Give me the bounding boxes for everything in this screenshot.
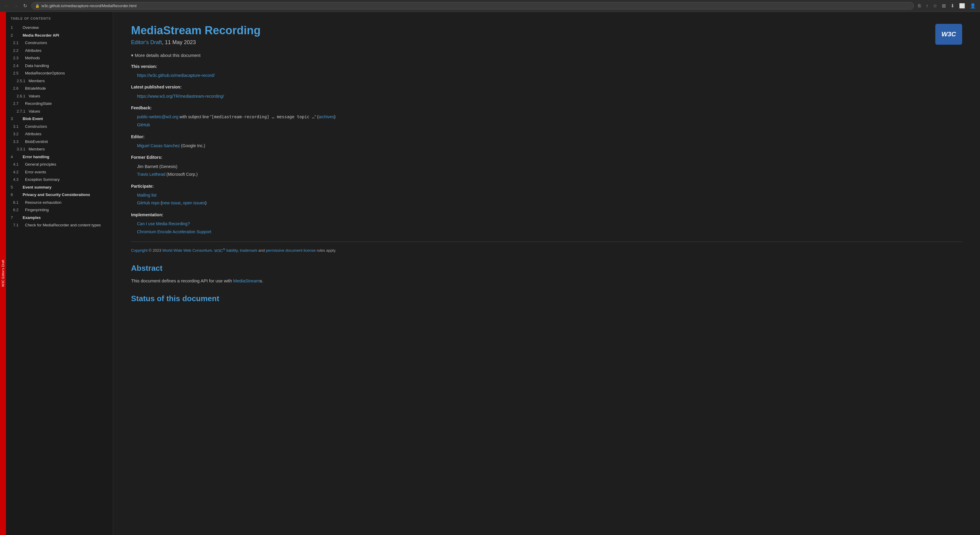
toc-item-3-1[interactable]: 3.1Constructors bbox=[6, 123, 113, 131]
toc-item-2-1[interactable]: 2.1Constructors bbox=[6, 39, 113, 47]
copyright-year: © 2023 bbox=[148, 248, 162, 253]
editor-link[interactable]: Miguel Casas-Sanchez bbox=[137, 143, 180, 148]
browser-chrome: ← → ↻ 🔒 w3c.github.io/mediacapture-recor… bbox=[0, 0, 980, 12]
toc-item-2[interactable]: 2Media Recorder API bbox=[6, 32, 113, 39]
toc-num: 2.1 bbox=[13, 40, 25, 46]
toc-item-6[interactable]: 6Privacy and Security Considerations bbox=[6, 191, 113, 199]
github-feedback-link[interactable]: GitHub bbox=[137, 123, 150, 127]
toc-item-6-1[interactable]: 6.1Resource exhaustion bbox=[6, 199, 113, 207]
toc-item-5[interactable]: 5Event summary bbox=[6, 183, 113, 191]
editor-content: Miguel Casas-Sanchez (Google Inc.) bbox=[131, 142, 962, 150]
toc-num: 2 bbox=[11, 32, 23, 38]
toc-item-2-7.1[interactable]: 2.7.1Values bbox=[6, 108, 113, 115]
w3c-logo: W3C bbox=[935, 24, 962, 45]
toc-item-4-2[interactable]: 4.2Error events bbox=[6, 168, 113, 176]
toc-num: 6 bbox=[11, 192, 23, 198]
archives-link[interactable]: archives bbox=[318, 115, 334, 119]
toc-item-6-2[interactable]: 6.2Fingerprinting bbox=[6, 206, 113, 214]
editors-draft-link[interactable]: Editor's Draft bbox=[131, 39, 162, 45]
can-i-use-link[interactable]: Can I use Media Recording? bbox=[137, 221, 190, 226]
toc-item-2-6[interactable]: 2.6BitrateMode bbox=[6, 84, 113, 92]
toc-title: TABLE OF CONTENTS bbox=[6, 17, 113, 24]
forward-button[interactable]: → bbox=[12, 2, 20, 10]
toc-item-4[interactable]: 4Error handling bbox=[6, 153, 113, 161]
w3c-editors-draft-tab[interactable]: W3C Editor's Draft bbox=[0, 12, 6, 535]
toc-item-2-3[interactable]: 2.3Methods bbox=[6, 54, 113, 62]
former-editor-2-link[interactable]: Travis Leithead bbox=[137, 172, 165, 177]
sidebar-toc: TABLE OF CONTENTS 1Overview2Media Record… bbox=[6, 12, 113, 535]
former-editors-block: Former Editors: Jim Barnett (Genesis) Tr… bbox=[131, 154, 962, 178]
liability-link[interactable]: liability bbox=[226, 248, 238, 253]
toc-item-2-7[interactable]: 2.7RecordingState bbox=[6, 100, 113, 108]
mediastream-link[interactable]: MediaStream bbox=[233, 278, 260, 283]
details-body: This version: https://w3c.github.io/medi… bbox=[131, 63, 962, 254]
participate-paren-close: ) bbox=[205, 201, 207, 205]
abstract-link-text: MediaStream bbox=[233, 278, 260, 283]
mailing-list-link[interactable]: Mailing list bbox=[137, 193, 156, 197]
window-icon[interactable]: ⬜ bbox=[957, 2, 967, 10]
toc-item-4-3[interactable]: 4.3Exception Summary bbox=[6, 176, 113, 183]
cast-icon[interactable]: ⎘ bbox=[916, 2, 923, 10]
former-editor-2-org: (Microsoft Corp.) bbox=[165, 172, 197, 177]
open-issues-link[interactable]: open issues bbox=[183, 201, 205, 205]
this-version-label: This version: bbox=[131, 63, 962, 70]
toc-label: Exception Summary bbox=[25, 177, 60, 183]
toc-item-3[interactable]: 3Blob Event bbox=[6, 115, 113, 123]
toc-item-7[interactable]: 7Examples bbox=[6, 214, 113, 221]
reload-button[interactable]: ↻ bbox=[21, 2, 29, 10]
toc-label: Resource exhaustion bbox=[25, 200, 61, 205]
toc-item-2-5.1[interactable]: 2.5.1Members bbox=[6, 77, 113, 85]
toc-label: MediaRecorderOptions bbox=[25, 70, 65, 76]
feedback-email-link[interactable]: public-webrtc@w3.org bbox=[137, 115, 178, 119]
new-issue-link[interactable]: new issue bbox=[162, 201, 180, 205]
toc-item-3-2[interactable]: 3.2Attributes bbox=[6, 130, 113, 138]
share-icon[interactable]: ↑ bbox=[924, 2, 930, 10]
permissive-link[interactable]: permissive document license bbox=[266, 248, 316, 253]
toc-num: 2.5.1 bbox=[17, 78, 29, 84]
toc-num: 2.5 bbox=[13, 70, 25, 76]
this-version-link[interactable]: https://w3c.github.io/mediacapture-recor… bbox=[137, 73, 215, 78]
abstract-heading: Abstract bbox=[131, 264, 962, 273]
github-repo-link[interactable]: GitHub repo bbox=[137, 201, 159, 205]
toc-item-7-1[interactable]: 7.1Check for MediaRecorder and content t… bbox=[6, 221, 113, 229]
editor-org: (Google Inc.) bbox=[180, 143, 205, 148]
w3c-org-link[interactable]: World Wide Web Consortium bbox=[162, 248, 212, 253]
back-button[interactable]: ← bbox=[2, 2, 11, 10]
abstract-suffix: s. bbox=[260, 278, 263, 283]
w3c-brand-link[interactable]: W3C® bbox=[214, 248, 225, 253]
toc-item-2-6.1[interactable]: 2.6.1Values bbox=[6, 92, 113, 100]
download-icon[interactable]: ⬇ bbox=[949, 2, 956, 10]
bookmark-icon[interactable]: ☆ bbox=[931, 2, 939, 10]
participate-block: Participate: Mailing list GitHub repo (n… bbox=[131, 183, 962, 207]
toc-num: 2.7.1 bbox=[17, 108, 29, 115]
details-toggle[interactable]: ▾ More details about this document bbox=[131, 53, 962, 58]
chromium-link[interactable]: Chromium Encode Acceleration Support bbox=[137, 229, 211, 234]
trademark-link[interactable]: trademark bbox=[240, 248, 257, 253]
toc-num: 4 bbox=[11, 154, 23, 160]
former-editors-content: Jim Barnett (Genesis) Travis Leithead (M… bbox=[131, 162, 962, 178]
toc-item-1[interactable]: 1Overview bbox=[6, 24, 113, 32]
extensions-icon[interactable]: ⊞ bbox=[940, 2, 948, 10]
toc-label: Check for MediaRecorder and content type… bbox=[25, 222, 101, 228]
copyright-link[interactable]: Copyright bbox=[131, 248, 148, 253]
toc-num: 2.3 bbox=[13, 55, 25, 61]
participate-label: Participate: bbox=[131, 183, 962, 190]
latest-version-link[interactable]: https://www.w3.org/TR/mediastream-record… bbox=[137, 94, 224, 99]
feedback-block: Feedback: public-webrtc@w3.org with subj… bbox=[131, 104, 962, 129]
toc-item-2-4[interactable]: 2.4Data handling bbox=[6, 62, 113, 70]
toc-item-4-1[interactable]: 4.1General principles bbox=[6, 161, 113, 168]
toc-item-2-5[interactable]: 2.5MediaRecorderOptions bbox=[6, 69, 113, 77]
toc-label: Members bbox=[29, 146, 45, 152]
address-bar[interactable]: 🔒 w3c.github.io/mediacapture-record/Medi… bbox=[31, 2, 914, 10]
toc-num: 4.1 bbox=[13, 161, 25, 167]
profile-icon[interactable]: 👤 bbox=[968, 2, 978, 10]
toc-label: Constructors bbox=[25, 40, 47, 46]
status-heading: Status of this document bbox=[131, 294, 962, 303]
feedback-with: with subject line " bbox=[180, 115, 212, 119]
toc-item-3-3[interactable]: 3.3BlobEventInit bbox=[6, 138, 113, 146]
toc-item-3-3.1[interactable]: 3.3.1Members bbox=[6, 145, 113, 153]
toc-label: Event summary bbox=[23, 185, 51, 190]
abstract-prefix: This document defines a recording API fo… bbox=[131, 278, 233, 283]
toc-item-2-2[interactable]: 2.2Attributes bbox=[6, 47, 113, 54]
toc-label: Values bbox=[29, 108, 40, 115]
